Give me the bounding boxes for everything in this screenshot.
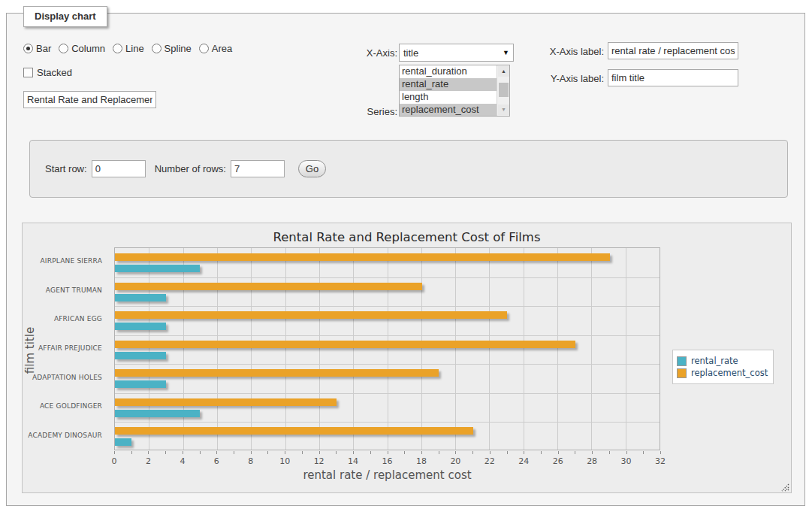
bar-replacement_cost: [115, 311, 507, 319]
tick-label: 2: [133, 456, 163, 466]
chart-type-radio-column[interactable]: Column: [59, 43, 105, 54]
legend-swatch-icon: [677, 368, 687, 378]
tick-mark: [592, 451, 593, 454]
radio-icon[interactable]: [152, 44, 161, 53]
tick-mark: [388, 451, 388, 454]
y-axis-label-input[interactable]: [608, 69, 738, 86]
horizontal-gridline: [115, 422, 660, 423]
series-option-replacement_cost[interactable]: replacement_cost: [400, 104, 509, 117]
tick-label: 10: [270, 456, 300, 466]
vertical-gridline: [319, 248, 320, 450]
tick-mark: [114, 451, 115, 454]
resize-handle-icon[interactable]: [781, 483, 789, 491]
bar-replacement_cost: [115, 398, 337, 406]
stacked-label: Stacked: [37, 67, 72, 78]
tick-label: 24: [509, 456, 539, 466]
legend-item: replacement_cost: [677, 368, 768, 378]
tick-label: 16: [373, 456, 403, 466]
tick-mark: [336, 451, 337, 454]
chart-type-radio-bar[interactable]: Bar: [23, 43, 51, 54]
start-row-input[interactable]: [92, 160, 146, 177]
radio-label: Bar: [36, 43, 51, 54]
num-rows-input[interactable]: [231, 160, 285, 177]
radio-icon[interactable]: [23, 44, 33, 53]
vertical-gridline: [388, 248, 388, 450]
bar-rental_rate: [115, 438, 131, 446]
chart-container: Rental Rate and Replacement Cost of Film…: [22, 223, 792, 493]
series-option-length[interactable]: length: [400, 91, 509, 104]
category-label: AIRPLANE SIERRA: [23, 257, 102, 265]
horizontal-gridline: [115, 277, 660, 278]
tick-mark: [251, 451, 252, 454]
tick-mark: [490, 451, 491, 454]
x-axis-select-label: X-Axis:: [292, 47, 397, 59]
tick-mark: [524, 451, 524, 454]
radio-label: Column: [71, 43, 105, 54]
tick-mark: [285, 451, 285, 454]
tick-mark: [421, 451, 422, 454]
scrollbar-thumb[interactable]: [499, 83, 509, 97]
tick-mark: [148, 451, 149, 454]
tick-mark: [558, 451, 559, 454]
vertical-gridline: [353, 248, 354, 450]
tick-mark: [234, 451, 234, 454]
horizontal-gridline: [115, 306, 660, 307]
stacked-checkbox[interactable]: [23, 68, 33, 77]
chart-type-radio-spline[interactable]: Spline: [152, 43, 192, 54]
pagination-box: Start row: Number of rows: Go: [29, 140, 788, 198]
bar-replacement_cost: [115, 283, 422, 290]
tick-label: 6: [201, 456, 231, 466]
tick-mark: [541, 451, 542, 454]
chart-type-radio-area[interactable]: Area: [199, 43, 232, 54]
tick-mark: [626, 451, 627, 454]
tick-mark: [165, 451, 166, 454]
legend-label: rental_rate: [691, 356, 738, 366]
bar-rental_rate: [115, 265, 200, 272]
bar-replacement_cost: [115, 369, 439, 377]
go-button[interactable]: Go: [298, 160, 326, 177]
tick-mark: [643, 451, 644, 454]
x-axis-label-input[interactable]: [608, 42, 738, 59]
chart-title-input[interactable]: [23, 91, 156, 108]
series-list-label: Series:: [292, 106, 397, 117]
tick-mark: [507, 451, 508, 454]
radio-icon[interactable]: [59, 44, 68, 53]
radio-label: Line: [125, 43, 144, 54]
bar-rental_rate: [115, 380, 166, 388]
tick-label: 12: [304, 456, 334, 466]
radio-label: Spline: [165, 43, 192, 54]
tick-label: 18: [406, 456, 436, 466]
radio-icon[interactable]: [113, 44, 122, 53]
tick-label: 22: [475, 456, 505, 466]
vertical-gridline: [217, 248, 218, 450]
vertical-gridline: [557, 248, 558, 450]
panel-title: Display chart: [23, 6, 107, 27]
vertical-gridline: [626, 248, 626, 450]
bar-rental_rate: [115, 352, 166, 359]
bar-replacement_cost: [115, 341, 575, 348]
tick-label: 28: [577, 456, 607, 466]
scroll-down-icon[interactable]: ▼: [498, 105, 509, 115]
tick-mark: [455, 451, 456, 454]
tick-mark: [353, 451, 354, 454]
horizontal-gridline: [115, 364, 660, 365]
x-axis-label-label: X-Axis label:: [488, 46, 604, 57]
tick-mark: [404, 451, 405, 454]
horizontal-gridline: [115, 335, 660, 336]
vertical-gridline: [285, 248, 286, 450]
tick-mark: [609, 451, 610, 454]
tick-mark: [575, 451, 575, 454]
num-rows-label: Number of rows:: [155, 163, 226, 174]
tick-label: 14: [338, 456, 368, 466]
tick-mark: [131, 451, 132, 454]
legend-swatch-icon: [677, 356, 687, 366]
radio-icon[interactable]: [199, 44, 209, 53]
tick-label: 0: [99, 456, 129, 466]
x-axis-select-value: title: [403, 47, 418, 59]
tick-mark: [472, 451, 473, 454]
chart-type-radio-line[interactable]: Line: [113, 43, 144, 54]
vertical-gridline: [183, 248, 184, 450]
vertical-gridline: [524, 248, 524, 450]
radio-label: Area: [212, 43, 232, 54]
legend-label: replacement_cost: [691, 368, 768, 378]
